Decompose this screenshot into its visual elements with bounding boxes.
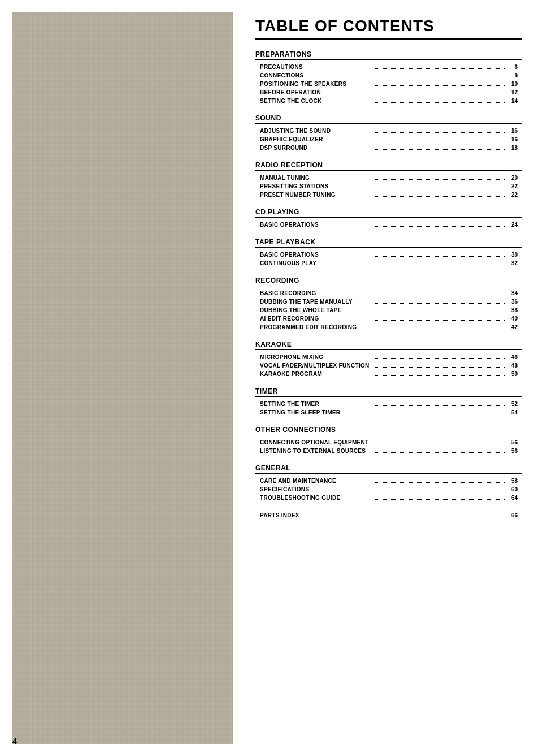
entry-dots [375,329,505,329]
entry-title: DUBBING THE WHOLE TAPE [260,307,373,313]
entry-page: 48 [506,362,518,369]
toc-entry: BASIC OPERATIONS30 [255,250,522,259]
toc-entry: DUBBING THE TAPE MANUALLY36 [255,297,522,306]
entry-page: 40 [506,316,518,322]
toc-entry: POSITIONING THE SPEAKERS10 [255,80,522,88]
entry-title: CARE AND MAINTENANCE [260,478,373,484]
entry-title: SPECIFICATIONS [260,486,373,493]
entry-title: SETTING THE SLEEP TIMER [260,409,373,416]
entry-dots [375,452,505,453]
entry-page: 58 [506,478,518,484]
toc-entry: AI EDIT RECORDING40 [255,314,522,323]
entry-page: 36 [506,299,518,305]
entry-page: 66 [506,512,518,519]
toc-entry: PRESET NUMBER TUNING22 [255,191,522,199]
entry-dots [375,320,505,321]
entry-dots [375,68,505,69]
toc-content: PREPARATIONSPRECAUTIONS6CONNECTIONS8POSI… [255,50,522,520]
entry-title: PRECAUTIONS [260,64,373,70]
entry-title: SETTING THE TIMER [260,401,373,407]
entry-page: 8 [506,72,518,79]
entry-title: VOCAL FADER/MULTIPLEX FUNCTION [260,362,373,369]
entry-dots [375,265,505,265]
toc-entry: SETTING THE CLOCK14 [255,97,522,105]
toc-entry: KARAOKE PROGRAM50 [255,370,522,378]
toc-entry: SETTING THE TIMER52 [255,400,522,408]
section-header-karaoke: KARAOKE [255,340,522,350]
entry-dots [375,77,505,77]
entry-dots [375,188,505,188]
section-radio-reception: RADIO RECEPTIONMANUAL TUNING20PRESETTING… [255,161,522,199]
entry-page: 18 [506,145,518,151]
panel-texture [12,12,233,744]
entry-dots [375,85,505,86]
entry-dots [375,491,505,491]
entry-dots [375,295,505,295]
toc-entry: PARTS INDEX66 [255,511,522,520]
entry-title: BASIC OPERATIONS [260,222,373,228]
section-cd-playing: CD PLAYINGBASIC OPERATIONS24 [255,208,522,229]
entry-title: POSITIONING THE SPEAKERS [260,81,373,87]
toc-entry: PROGRAMMED EDIT RECORDING42 [255,323,522,331]
toc-panel: TABLE OF CONTENTS PREPARATIONSPRECAUTION… [233,0,539,756]
entry-title: GRAPHIC EQUALIZER [260,136,373,142]
entry-dots [375,312,505,312]
section-recording: RECORDINGBASIC RECORDING34DUBBING THE TA… [255,277,522,331]
section-header-other-connections: OTHER CONNECTIONS [255,426,522,435]
section-sound: SOUNDADJUSTING THE SOUND16GRAPHIC EQUALI… [255,114,522,152]
toc-entry: SPECIFICATIONS60 [255,485,522,494]
entry-dots [375,256,505,257]
toc-entry: ADJUSTING THE SOUND16 [255,127,522,135]
entry-dots [375,226,505,227]
entry-title: CONTINUOUS PLAY [260,260,373,266]
entry-dots [375,499,505,500]
toc-title: TABLE OF CONTENTS [255,17,522,35]
section-tape-playback: TAPE PLAYBACKBASIC OPERATIONS30CONTINUOU… [255,238,522,267]
entry-page: 42 [506,324,518,330]
entry-page: 64 [506,495,518,501]
entry-page: 34 [506,290,518,296]
entry-title: BASIC RECORDING [260,290,373,296]
entry-title: MICROPHONE MIXING [260,354,373,360]
section-header-tape-playback: TAPE PLAYBACK [255,238,522,248]
entry-page: 56 [506,439,518,446]
section-header-cd-playing: CD PLAYING [255,208,522,218]
toc-entry: MANUAL TUNING20 [255,174,522,182]
toc-entry: PRECAUTIONS6 [255,63,522,71]
entry-title: CONNECTIONS [260,72,373,79]
entry-title: PRESETTING STATIONS [260,183,373,189]
toc-entry: CARE AND MAINTENANCE58 [255,477,522,485]
entry-title: PROGRAMMED EDIT RECORDING [260,324,373,330]
entry-dots [375,303,505,304]
entry-dots [375,482,505,483]
entry-dots [375,367,505,368]
entry-dots [375,517,505,517]
entry-title: PRESET NUMBER TUNING [260,192,373,198]
toc-entry: VOCAL FADER/MULTIPLEX FUNCTION48 [255,361,522,370]
entry-title: PARTS INDEX [260,512,373,519]
entry-dots [375,94,505,94]
entry-dots [375,141,505,141]
toc-entry: SETTING THE SLEEP TIMER54 [255,408,522,417]
section-timer: TIMERSETTING THE TIMER52SETTING THE SLEE… [255,387,522,417]
toc-entry: MICROPHONE MIXING46 [255,353,522,361]
entry-title: DUBBING THE TAPE MANUALLY [260,299,373,305]
entry-page: 52 [506,401,518,407]
left-image-panel [12,12,233,744]
section-header-preparations: PREPARATIONS [255,50,522,60]
toc-entry: PRESETTING STATIONS22 [255,182,522,191]
entry-page: 6 [506,64,518,70]
entry-page: 56 [506,448,518,454]
entry-page: 12 [506,89,518,96]
entry-page: 22 [506,183,518,189]
entry-dots [375,196,505,197]
entry-dots [375,405,505,406]
section-general: GENERALCARE AND MAINTENANCE58SPECIFICATI… [255,464,522,502]
toc-entry: CONTINUOUS PLAY32 [255,259,522,267]
entry-title: CONNECTING OPTIONAL EQUIPMENT [260,439,373,446]
entry-dots [375,179,505,180]
section-other-connections: OTHER CONNECTIONSCONNECTING OPTIONAL EQU… [255,426,522,455]
entry-page: 22 [506,192,518,198]
toc-entry: CONNECTING OPTIONAL EQUIPMENT56 [255,438,522,447]
section-header-general: GENERAL [255,464,522,474]
